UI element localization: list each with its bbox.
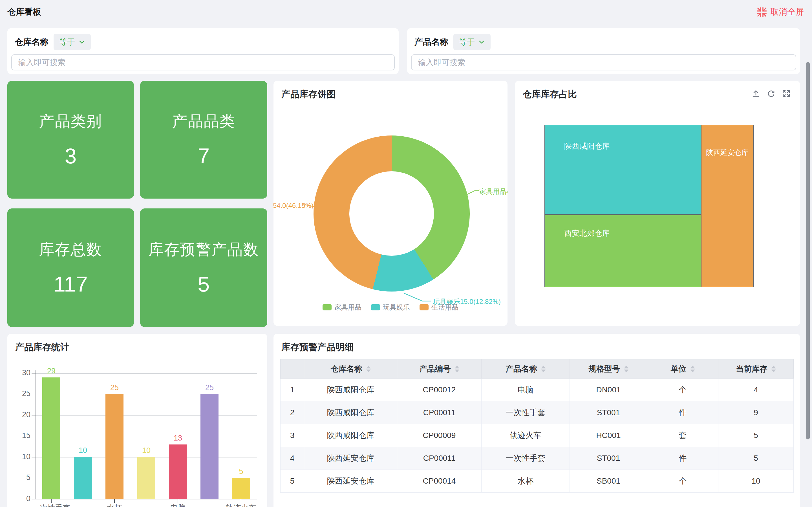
x-tick-label: 电脑 [153, 503, 203, 507]
legend-label: 玩具娱乐 [383, 303, 410, 312]
treemap-label: 西安北郊仓库 [564, 228, 610, 238]
chevron-down-icon [79, 39, 85, 45]
table-header-unit[interactable]: 单位 [647, 359, 718, 379]
bar-2 [74, 457, 92, 499]
treemap-cell-xianbeijiao[interactable]: 西安北郊仓库 [545, 215, 701, 287]
cell-product-name: 水杯 [481, 470, 570, 493]
table-header-current-stock[interactable]: 当前库存 [718, 359, 794, 379]
bar-4 [137, 457, 155, 499]
donut-hole [349, 171, 434, 256]
pie-label-daily: 生活用品54.0(46.15%) [273, 201, 313, 210]
cell-current-stock: 10 [718, 470, 794, 493]
stat-value: 5 [198, 272, 209, 296]
chevron-down-icon [478, 39, 485, 45]
treemap-card: 仓库库存占比 陕西咸阳仓库 西安北郊仓库 [515, 81, 800, 326]
sort-icon[interactable] [366, 365, 371, 372]
table-row: 3 陕西咸阳仓库 CP00009 轨迹火车 HC001 套 5 [281, 424, 794, 447]
fullscreen-icon[interactable] [782, 89, 791, 98]
cell-warehouse: 陕西咸阳仓库 [304, 424, 397, 447]
stat-card-product-category: 产品类别 3 [7, 81, 134, 199]
cell-product-name: 电脑 [481, 379, 570, 401]
product-search-input[interactable] [411, 54, 796, 70]
exit-fullscreen-button[interactable]: 取消全屏 [757, 6, 804, 18]
table-row: 4 陕西延安仓库 CP00011 一次性手套 ST001 件 5 [281, 447, 794, 470]
scrollbar-thumb[interactable] [806, 62, 810, 439]
operator-value: 等于 [59, 37, 75, 47]
stat-card-warning-count: 库存预警产品数 5 [140, 209, 267, 327]
cell-unit: 件 [647, 447, 718, 470]
bar-track-train [232, 478, 250, 499]
cell-index: 3 [281, 424, 304, 447]
stat-label: 产品品类 [172, 111, 236, 132]
exit-fullscreen-label: 取消全屏 [770, 6, 804, 18]
cell-unit: 件 [647, 401, 718, 424]
cell-unit: 套 [647, 424, 718, 447]
x-tick-label: 一次性手套 [26, 503, 77, 507]
x-tick-label: 轨迹火车 [216, 503, 266, 507]
treemap-label: 陕西咸阳仓库 [564, 141, 610, 151]
pie-legend: 家具用品 玩具娱乐 生活用品 [273, 303, 507, 312]
sort-icon[interactable] [771, 365, 776, 372]
legend-label: 家具用品 [335, 303, 361, 312]
legend-item-furniture[interactable]: 家具用品 [322, 303, 361, 312]
warehouse-search-input[interactable] [11, 54, 395, 70]
treemap-cell-yanan[interactable]: 陕西延安仓库 [702, 125, 753, 287]
operator-dropdown-warehouse[interactable]: 等于 [54, 34, 91, 50]
table-row: 2 陕西咸阳仓库 CP00011 一次性手套 ST001 件 9 [281, 401, 794, 424]
table-header-warehouse[interactable]: 仓库名称 [304, 359, 397, 379]
treemap-card-title: 仓库库存占比 [523, 88, 577, 101]
cell-warehouse: 陕西延安仓库 [304, 470, 397, 493]
filter-label-warehouse: 仓库名称 [15, 36, 49, 48]
x-tick-label: 水杯 [89, 503, 140, 507]
sort-icon[interactable] [455, 365, 459, 372]
compress-icon [757, 7, 767, 17]
refresh-icon[interactable] [767, 89, 775, 98]
cell-index: 1 [281, 379, 304, 401]
sort-icon[interactable] [541, 365, 546, 372]
treemap-cell-xianyang[interactable]: 陕西咸阳仓库 [545, 125, 701, 214]
y-tick-label: 25 [9, 389, 31, 398]
cell-product-name: 一次性手套 [481, 447, 570, 470]
cell-current-stock: 4 [718, 379, 794, 401]
warning-table-card: 库存预警产品明细 仓库名称 产品编号 产品名称 [273, 334, 800, 507]
cell-spec: ST001 [570, 401, 647, 424]
pie-label-furniture: 家具用品48.0(41.03%) [479, 187, 507, 196]
sort-icon[interactable] [691, 365, 695, 372]
bar-value-label: 10 [130, 446, 163, 455]
stat-label: 库存预警产品数 [149, 239, 259, 260]
bar-value-label: 13 [161, 434, 195, 443]
stat-card-stock-total: 库存总数 117 [7, 209, 134, 327]
bar-value-label: 25 [98, 383, 132, 392]
table-header-spec[interactable]: 规格型号 [570, 359, 647, 379]
table-card-title: 库存预警产品明细 [282, 341, 354, 353]
page-title: 仓库看板 [7, 6, 41, 18]
cell-index: 4 [281, 447, 304, 470]
export-icon[interactable] [752, 89, 760, 98]
bar-value-label: 29 [35, 367, 68, 376]
cell-spec: SB001 [570, 470, 647, 493]
legend-swatch-teal [371, 304, 380, 311]
bar-value-label: 25 [193, 383, 226, 392]
cell-unit: 个 [647, 470, 718, 493]
cell-product-code: CP00011 [397, 401, 481, 424]
legend-swatch-orange [419, 304, 428, 311]
legend-item-toys[interactable]: 玩具娱乐 [371, 303, 410, 312]
table-header-product-code[interactable]: 产品编号 [397, 359, 481, 379]
legend-item-daily[interactable]: 生活用品 [419, 303, 458, 312]
cell-product-code: CP00012 [397, 379, 481, 401]
bar-water-cup [105, 394, 123, 499]
cell-spec: HC001 [570, 424, 647, 447]
operator-dropdown-product[interactable]: 等于 [453, 34, 491, 50]
bar-disposable-gloves [42, 378, 60, 499]
warning-table: 仓库名称 产品编号 产品名称 规格型号 单位 [280, 359, 794, 493]
table-header-index [281, 359, 304, 379]
cell-spec: DN001 [570, 379, 647, 401]
sort-icon[interactable] [624, 365, 628, 372]
y-tick-label: 30 [9, 369, 31, 377]
table-header-product-name[interactable]: 产品名称 [481, 359, 570, 379]
cell-current-stock: 5 [718, 424, 794, 447]
cell-unit: 个 [647, 379, 718, 401]
bar-computer [169, 445, 187, 499]
stat-card-product-kind: 产品品类 7 [140, 81, 267, 199]
table-row: 5 陕西延安仓库 CP00014 水杯 SB001 个 10 [281, 470, 794, 493]
